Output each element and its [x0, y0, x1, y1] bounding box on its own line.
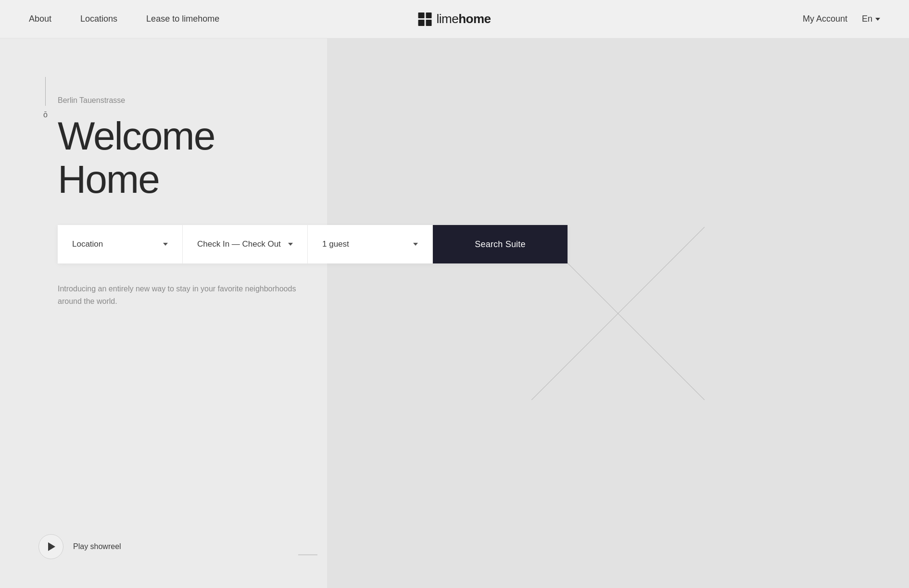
- hero-title: Welcome Home: [58, 114, 298, 201]
- right-panel: [327, 38, 909, 588]
- language-selector[interactable]: En: [862, 14, 880, 24]
- nav-lease[interactable]: Lease to limehome: [146, 14, 219, 24]
- checkin-dropdown[interactable]: Check In — Check Out: [183, 225, 308, 263]
- logo-grid-icon: [418, 13, 431, 26]
- bottom-controls: Play showreel: [38, 534, 121, 559]
- description-text: Introducing an entirely new way to stay …: [58, 283, 298, 307]
- guests-dropdown-arrow-icon: [413, 243, 418, 246]
- prev-slide-button[interactable]: [298, 554, 317, 555]
- vertical-line: [45, 77, 46, 106]
- logo-square-4: [426, 20, 432, 26]
- search-button-label: Search Suite: [475, 239, 525, 250]
- logo-bold-text: home: [458, 12, 491, 26]
- search-bar: Location Check In — Check Out 1 guest Se…: [58, 225, 568, 263]
- nav-locations[interactable]: Locations: [80, 14, 117, 24]
- side-indicator: ō: [43, 77, 48, 119]
- logo-text: limehome: [436, 12, 491, 26]
- search-suite-button[interactable]: Search Suite: [433, 225, 568, 263]
- nav-left: About Locations Lease to limehome: [29, 14, 219, 24]
- location-dropdown[interactable]: Location: [58, 225, 183, 263]
- logo-square-1: [418, 13, 424, 19]
- checkin-dropdown-label: Check In — Check Out: [197, 239, 281, 249]
- location-dropdown-arrow-icon: [163, 243, 168, 246]
- play-label: Play showreel: [73, 542, 121, 551]
- play-button[interactable]: [38, 534, 63, 559]
- navbar: About Locations Lease to limehome limeho…: [0, 0, 909, 38]
- nav-right: My Account En: [803, 14, 880, 24]
- logo-light-text: lime: [436, 12, 458, 26]
- main-container: ō Berlin Tauenstrasse Welcome Home Locat…: [0, 38, 909, 588]
- left-panel: ō Berlin Tauenstrasse Welcome Home Locat…: [0, 38, 327, 588]
- nav-logo[interactable]: limehome: [418, 12, 491, 26]
- logo-square-2: [426, 13, 432, 19]
- nav-about[interactable]: About: [29, 14, 51, 24]
- nav-my-account[interactable]: My Account: [803, 14, 847, 24]
- chevron-down-icon: [875, 18, 880, 21]
- slide-number: ō: [43, 111, 48, 119]
- language-label: En: [862, 14, 872, 24]
- location-label: Berlin Tauenstrasse: [58, 96, 298, 105]
- logo-square-3: [418, 20, 424, 26]
- checkin-dropdown-arrow-icon: [288, 243, 293, 246]
- guests-dropdown[interactable]: 1 guest: [308, 225, 433, 263]
- content-area: Berlin Tauenstrasse Welcome Home Locatio…: [58, 96, 298, 308]
- guests-dropdown-label: 1 guest: [322, 239, 349, 249]
- play-icon: [48, 542, 55, 551]
- location-dropdown-label: Location: [72, 239, 103, 249]
